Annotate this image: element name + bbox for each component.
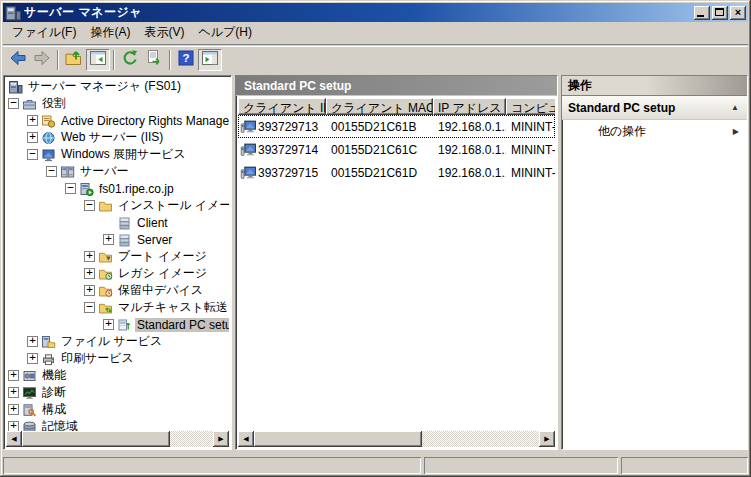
action-pane-header: 操作 [562,76,747,96]
collapse-box-icon[interactable]: − [8,98,19,109]
print-services-icon [41,352,56,366]
expand-box-icon[interactable]: + [103,234,114,245]
pending-folder-icon [98,284,113,298]
expand-box-icon[interactable]: + [27,115,38,126]
expand-box-icon[interactable]: + [8,370,19,381]
menu-help[interactable]: ヘルプ(H) [191,21,259,45]
back-arrow-icon [8,48,28,71]
client-id-text: 393729714 [258,143,318,157]
tree-item[interactable]: +保留中デバイス [6,282,229,299]
show-console-tree-button[interactable] [86,49,110,71]
client-row[interactable]: 39372971300155D21C61B192.168.0.1...MININ… [238,115,555,138]
scrollbar-track[interactable] [170,431,213,447]
client-cell: 192.168.0.1... [433,120,506,134]
tree-item-label: Standard PC setu [135,318,229,332]
expand-box-icon[interactable]: + [8,421,19,431]
tree-horizontal-scrollbar[interactable]: ◀ ▶ [6,431,229,447]
up-one-level-button[interactable] [62,49,86,71]
refresh-button[interactable] [118,49,142,71]
tree-item[interactable]: −サーバー [6,163,229,180]
expand-box-icon[interactable]: + [103,319,114,330]
client-cell: MININT- [506,166,555,180]
client-cell: 393729715 [238,165,326,180]
action-item-label: 他の操作 [598,123,646,140]
client-cell: 00155D21C61C [326,143,433,157]
back-button[interactable] [6,49,30,71]
scrollbar-thumb[interactable] [254,431,422,447]
maximize-icon [715,8,724,16]
scrollbar-track[interactable] [422,431,539,447]
multicast-transfer-icon [117,318,132,332]
tree-item[interactable]: +Web サーバー (IIS) [6,129,229,146]
client-row[interactable]: 39372971500155D21C61D192.168.0.1...MININ… [238,161,555,184]
minimize-icon [697,15,704,17]
tree-item[interactable]: +レガシ イメージ [6,265,229,282]
menu-file[interactable]: ファイル(F) [5,21,83,45]
column-header[interactable]: コンピュー [506,98,555,115]
column-header[interactable]: クライアント ID [238,98,326,115]
list-horizontal-scrollbar[interactable]: ◀ ▶ [238,431,555,447]
tree-item[interactable]: +Client [6,214,229,231]
client-id-text: 393729713 [258,120,318,134]
scroll-right-button[interactable]: ▶ [539,431,555,447]
tree-item[interactable]: +Standard PC setu [6,316,229,333]
collapse-box-icon[interactable]: − [27,149,38,160]
client-cell: 00155D21C61D [326,166,433,180]
tree-item[interactable]: +ファイル サービス [6,333,229,350]
tree-item[interactable]: −役割 [6,95,229,112]
maximize-button[interactable] [712,6,728,20]
tree-item[interactable]: +Active Directory Rights Manage [6,112,229,129]
expand-box-icon[interactable]: + [8,387,19,398]
up-folder-icon [64,48,84,71]
column-header[interactable]: IP アドレス [433,98,506,115]
collapse-arrow-icon[interactable]: ▲ [731,103,739,112]
toolbar-separator [113,50,115,70]
collapse-box-icon[interactable]: − [84,302,95,313]
tree-item[interactable]: −fs01.ripe.co.jp [6,180,229,197]
title-bar[interactable]: サーバー マネージャ × [3,3,748,22]
expand-box-icon[interactable]: + [84,285,95,296]
file-services-icon [41,335,56,349]
expand-box-icon[interactable]: + [8,404,19,415]
scrollbar-thumb[interactable] [22,431,170,447]
tree-item[interactable]: サーバー マネージャ (FS01) [6,78,229,95]
minimize-button[interactable] [694,6,710,20]
scroll-left-button[interactable]: ◀ [238,431,254,447]
client-cell: 393729713 [238,119,326,134]
tree-item[interactable]: −マルチキャスト転送 [6,299,229,316]
toolbar: ? [3,46,748,72]
tree-item[interactable]: −Windows 展開サービス [6,146,229,163]
collapse-box-icon[interactable]: − [84,200,95,211]
expand-box-icon[interactable]: + [84,251,95,262]
menu-view[interactable]: 表示(V) [137,21,191,45]
tree-item[interactable]: +印刷サービス [6,350,229,367]
expand-box-icon[interactable]: + [27,132,38,143]
tree-item[interactable]: +機能 [6,367,229,384]
help-button[interactable]: ? [174,49,198,71]
scroll-right-button[interactable]: ▶ [213,431,229,447]
export-list-button[interactable] [142,49,166,71]
expand-box-icon[interactable]: + [84,268,95,279]
tree-item[interactable]: +ブート イメージ [6,248,229,265]
collapse-box-icon[interactable]: − [46,166,57,177]
close-button[interactable]: × [730,6,746,20]
forward-button[interactable] [30,49,54,71]
action-section-header[interactable]: Standard PC setup ▲ [562,96,747,120]
menu-action[interactable]: 操作(A) [83,21,137,45]
column-header[interactable]: クライアント MAC [326,98,433,115]
collapse-box-icon[interactable]: − [65,183,76,194]
tree-item[interactable]: +診断 [6,384,229,401]
tree-item[interactable]: +Server [6,231,229,248]
scroll-left-button[interactable]: ◀ [6,431,22,447]
expand-box-icon[interactable]: + [27,353,38,364]
tree-item[interactable]: −インストール イメージ [6,197,229,214]
adrms-icon [41,114,56,128]
action-more-actions[interactable]: 他の操作▶ [562,120,747,142]
expand-box-icon[interactable]: + [27,336,38,347]
client-row[interactable]: 39372971400155D21C61C192.168.0.1...MININ… [238,138,555,161]
svg-text:?: ? [182,52,189,64]
show-action-pane-button[interactable] [198,49,222,71]
tree-item[interactable]: +記憶域 [6,418,229,431]
tree-item-label: Client [135,216,170,230]
tree-item[interactable]: +構成 [6,401,229,418]
